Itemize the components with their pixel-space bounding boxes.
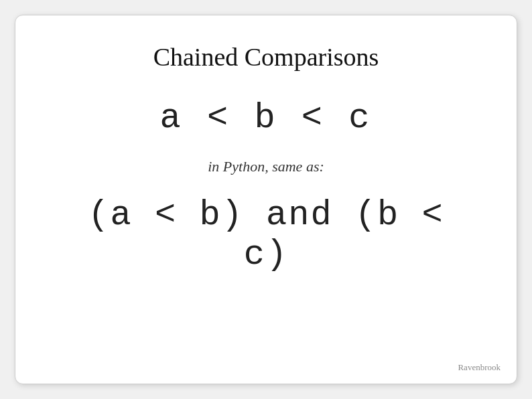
slide-container: Chained Comparisons a < b < c in Python,… [15,15,517,384]
main-expression: a < b < c [160,98,373,138]
slide-title: Chained Comparisons [153,42,379,72]
subtitle-text: in Python, same as: [208,158,324,175]
branding-label: Ravenbrook [458,362,501,373]
expanded-expression: (a < b) and (b < c) [56,195,476,274]
